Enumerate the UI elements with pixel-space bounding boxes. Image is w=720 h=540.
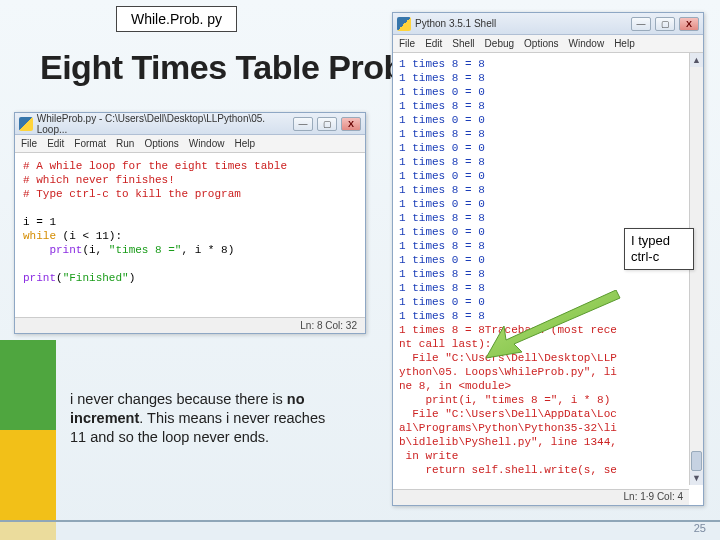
menu-run[interactable]: Run [116, 138, 134, 149]
side-color-bar [0, 340, 56, 540]
menu-shell[interactable]: Shell [452, 38, 474, 49]
shell-statusbar: Ln: 1·9 Col: 4 [393, 489, 689, 505]
shell-menubar: File Edit Shell Debug Options Window Hel… [393, 35, 703, 53]
menu-window[interactable]: Window [569, 38, 605, 49]
shell-line: File "C:\Users\Dell\AppData\Loc [399, 407, 697, 421]
editor-title-text: WhileProb.py - C:\Users\Dell\Desktop\LLP… [37, 113, 293, 135]
shell-line: 1 times 0 = 0 [399, 85, 697, 99]
menu-edit[interactable]: Edit [425, 38, 442, 49]
menu-format[interactable]: Format [74, 138, 106, 149]
shell-line: 1 times 8 = 8 [399, 309, 697, 323]
shell-line: ython\05. Loops\WhileProb.py", li [399, 365, 697, 379]
maximize-button[interactable]: ▢ [317, 117, 337, 131]
code-line: # which never finishes! [23, 173, 357, 187]
explanation-part: i never changes because there is [70, 391, 287, 407]
shell-line: 1 times 8 = 8 [399, 281, 697, 295]
shell-line: nt call last): [399, 337, 697, 351]
shell-line: 1 times 0 = 0 [399, 169, 697, 183]
shell-line: 1 times 8 = 8 [399, 211, 697, 225]
menu-window[interactable]: Window [189, 138, 225, 149]
code-line: print("Finished") [23, 271, 357, 285]
menu-file[interactable]: File [399, 38, 415, 49]
callout-ctrlc: I typed ctrl-c [624, 228, 694, 270]
code-line: print(i, "times 8 =", i * 8) [23, 243, 357, 257]
shell-line: ne 8, in <module> [399, 379, 697, 393]
code-line: i = 1 [23, 215, 357, 229]
page-number: 25 [694, 522, 706, 534]
code-line: # Type ctrl-c to kill the program [23, 187, 357, 201]
code-line [23, 201, 357, 215]
shell-line: 1 times 8 = 8 [399, 57, 697, 71]
footer-rule [0, 520, 720, 540]
shell-line: 1 times 8 = 8 [399, 155, 697, 169]
menu-options[interactable]: Options [524, 38, 558, 49]
menu-edit[interactable]: Edit [47, 138, 64, 149]
shell-line: 1 times 0 = 0 [399, 141, 697, 155]
shell-line: 1 times 0 = 0 [399, 197, 697, 211]
scroll-thumb[interactable] [691, 451, 702, 471]
scroll-down-icon[interactable]: ▼ [690, 471, 703, 485]
menu-debug[interactable]: Debug [485, 38, 514, 49]
minimize-button[interactable]: — [293, 117, 313, 131]
code-line [23, 257, 357, 271]
minimize-button[interactable]: — [631, 17, 651, 31]
callout-line: ctrl-c [631, 249, 687, 265]
editor-menubar: File Edit Format Run Options Window Help [15, 135, 365, 153]
shell-line: 1 times 8 = 8 [399, 71, 697, 85]
shell-line: 1 times 8 = 8 [399, 183, 697, 197]
shell-line: al\Programs\Python\Python35-32\li [399, 421, 697, 435]
shell-line: 1 times 8 = 8 [399, 127, 697, 141]
code-line: # A while loop for the eight times table [23, 159, 357, 173]
scroll-up-icon[interactable]: ▲ [690, 53, 703, 67]
filename-tag: While.Prob. py [116, 6, 237, 32]
shell-line: 1 times 8 = 8 [399, 99, 697, 113]
menu-help[interactable]: Help [614, 38, 635, 49]
code-area[interactable]: # A while loop for the eight times table… [15, 153, 365, 291]
menu-help[interactable]: Help [234, 138, 255, 149]
python-icon [19, 117, 33, 131]
shell-titlebar: Python 3.5.1 Shell — ▢ X [393, 13, 703, 35]
shell-title-text: Python 3.5.1 Shell [415, 18, 496, 29]
python-icon [397, 17, 411, 31]
shell-line: 1 times 8 = 8Traceback (most rece [399, 323, 697, 337]
close-button[interactable]: X [341, 117, 361, 131]
callout-line: I typed [631, 233, 687, 249]
menu-options[interactable]: Options [144, 138, 178, 149]
shell-line: b\idlelib\PyShell.py", line 1344, [399, 435, 697, 449]
code-line: while (i < 11): [23, 229, 357, 243]
menu-file[interactable]: File [21, 138, 37, 149]
shell-line: 1 times 0 = 0 [399, 113, 697, 127]
explanation-text: i never changes because there is no incr… [70, 390, 340, 447]
shell-line: in write [399, 449, 697, 463]
idle-editor-window: WhileProb.py - C:\Users\Dell\Desktop\LLP… [14, 112, 366, 334]
shell-line: return self.shell.write(s, se [399, 463, 697, 477]
editor-statusbar: Ln: 8 Col: 32 [15, 317, 365, 333]
maximize-button[interactable]: ▢ [655, 17, 675, 31]
shell-line: File "C:\Users\Dell\Desktop\LLP [399, 351, 697, 365]
close-button[interactable]: X [679, 17, 699, 31]
shell-line: 1 times 0 = 0 [399, 295, 697, 309]
editor-titlebar: WhileProb.py - C:\Users\Dell\Desktop\LLP… [15, 113, 365, 135]
shell-line: print(i, "times 8 =", i * 8) [399, 393, 697, 407]
